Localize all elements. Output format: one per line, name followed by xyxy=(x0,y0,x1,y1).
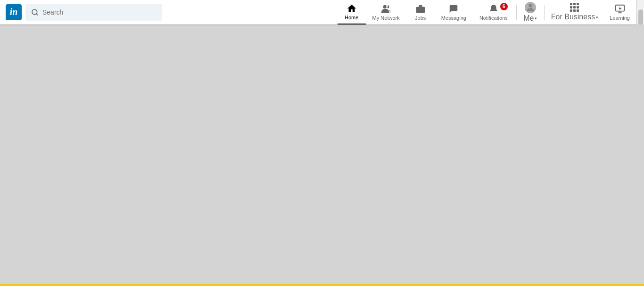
learning-icon xyxy=(615,4,625,14)
grid-icon xyxy=(570,3,579,12)
home-label: Home xyxy=(345,15,358,20)
nav-divider xyxy=(516,5,517,20)
linkedin-logo[interactable]: in xyxy=(6,4,22,20)
nav-item-notifications[interactable]: 6 Notifications xyxy=(473,0,514,25)
search-icon xyxy=(31,8,39,16)
svg-line-1 xyxy=(36,14,38,15)
nav-item-home[interactable]: Home xyxy=(338,0,366,25)
notification-badge: 6 xyxy=(500,3,508,10)
nav-item-for-business[interactable]: For Business ▾ xyxy=(546,0,603,25)
me-chevron-icon: ▾ xyxy=(535,16,537,21)
for-business-label-row: For Business ▾ xyxy=(551,13,598,21)
notifications-label: Notifications xyxy=(479,15,508,21)
yellow-progress-bar xyxy=(0,284,644,286)
for-business-label: For Business xyxy=(551,13,595,21)
svg-marker-9 xyxy=(619,7,622,9)
my-network-label: My Network xyxy=(372,15,400,21)
messaging-label: Messaging xyxy=(441,15,466,21)
nav-item-me[interactable]: Me ▾ xyxy=(519,0,542,25)
svg-point-2 xyxy=(383,5,386,8)
svg-rect-3 xyxy=(416,7,425,13)
nav-divider-2 xyxy=(544,5,545,20)
bell-icon xyxy=(488,4,499,14)
me-label-row: Me ▾ xyxy=(523,14,537,23)
main-content xyxy=(0,25,644,286)
me-label: Me xyxy=(523,14,534,23)
nav-items: Home My Network xyxy=(338,0,636,24)
messaging-icon xyxy=(448,4,459,14)
navbar: in Home xyxy=(0,0,636,25)
learning-label: Learning xyxy=(610,15,630,21)
people-icon xyxy=(381,4,391,14)
search-container[interactable] xyxy=(25,4,162,21)
nav-item-jobs[interactable]: Jobs xyxy=(406,0,435,25)
for-business-chevron-icon: ▾ xyxy=(596,15,598,20)
svg-point-5 xyxy=(528,4,532,8)
nav-item-messaging[interactable]: Messaging xyxy=(435,0,473,25)
home-icon xyxy=(347,3,357,14)
avatar xyxy=(525,2,536,13)
briefcase-icon xyxy=(415,4,426,14)
linkedin-logo-wrapper[interactable]: in xyxy=(6,4,22,20)
jobs-label: Jobs xyxy=(415,15,426,21)
search-input[interactable] xyxy=(42,8,157,16)
nav-item-learning[interactable]: Learning xyxy=(603,0,636,25)
nav-item-my-network[interactable]: My Network xyxy=(366,0,406,25)
